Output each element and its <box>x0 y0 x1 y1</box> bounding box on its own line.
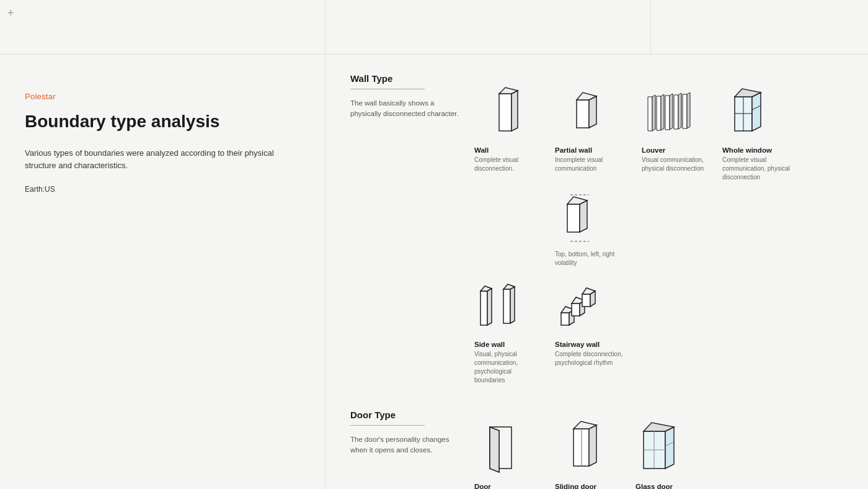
svg-marker-11 <box>648 97 652 131</box>
wall-desc: Complete visual disconnection. <box>474 156 542 173</box>
item-partial-wall: Partial wall Incomplete visual communica… <box>555 86 636 267</box>
top-bar-left: + <box>0 0 326 54</box>
page-title: Boundary type analysis <box>25 111 300 132</box>
sliding-door-name: Sliding door <box>555 483 596 489</box>
plus-icon: + <box>7 7 14 19</box>
door-type-section: Door Type The door's personality changes… <box>350 410 843 489</box>
partial-wall-desc: Incomplete visual communication <box>555 156 623 173</box>
svg-marker-22 <box>752 92 761 131</box>
svg-marker-4 <box>589 96 596 128</box>
side-wall-desc: Visual, physical communication, psycholo… <box>474 350 542 385</box>
top-bar-center <box>326 0 651 54</box>
door-type-info: Door Type The door's personality changes… <box>350 410 474 489</box>
svg-marker-13 <box>657 96 661 130</box>
top-bar: + <box>0 0 868 55</box>
svg-marker-14 <box>661 94 664 130</box>
svg-marker-1 <box>512 91 518 131</box>
louver-icon <box>642 86 704 141</box>
glass-door-name: Glass door <box>636 483 673 489</box>
svg-marker-16 <box>670 94 673 130</box>
svg-marker-8 <box>580 200 587 232</box>
wall-type-section: Wall Type The wall basically shows a phy… <box>350 73 843 385</box>
stairway-wall-desc: Complete disconnection, psychological rh… <box>555 350 623 367</box>
svg-marker-47 <box>589 425 596 466</box>
door-type-title: Door Type <box>350 410 425 426</box>
svg-marker-28 <box>480 291 487 325</box>
top-bar-right <box>651 0 868 54</box>
svg-marker-15 <box>665 96 670 130</box>
whole-window-desc: Complete visual communication, physical … <box>722 156 790 182</box>
stairway-wall-icon <box>555 280 617 336</box>
item-wall: Wall Complete visual disconnection. <box>474 86 549 173</box>
svg-marker-29 <box>487 289 492 325</box>
louver-name: Louver <box>642 146 665 154</box>
item-sliding-door: Sliding door When closed, it's like a wa… <box>555 422 629 489</box>
svg-marker-17 <box>674 95 678 129</box>
svg-marker-20 <box>687 92 690 128</box>
svg-marker-3 <box>577 100 589 128</box>
wall-icon <box>474 86 536 141</box>
partial-wall-name: Partial wall <box>555 146 592 154</box>
svg-marker-32 <box>510 287 515 323</box>
side-wall-name: Side wall <box>474 341 505 348</box>
sliding-door-icon <box>555 422 617 478</box>
item-side-wall: Side wall Visual, physical communication… <box>474 280 549 385</box>
door-icon <box>474 422 536 478</box>
item-whole-window: Whole window Complete visual communicati… <box>722 86 797 182</box>
svg-marker-7 <box>567 204 580 232</box>
svg-marker-40 <box>582 294 590 307</box>
svg-marker-0 <box>499 94 512 131</box>
svg-marker-31 <box>503 289 510 323</box>
content-area: Wall Type The wall basically shows a phy… <box>326 55 868 489</box>
side-wall-icon <box>474 280 536 336</box>
svg-marker-12 <box>652 95 655 131</box>
svg-marker-51 <box>665 427 674 469</box>
svg-marker-37 <box>572 303 580 316</box>
whole-window-name: Whole window <box>722 146 772 154</box>
partial-wall-extra-desc: Top, bottom, left, right volatility <box>555 250 623 267</box>
stairway-wall-name: Stairway wall <box>555 341 600 348</box>
wall-type-info: Wall Type The wall basically shows a phy… <box>350 73 474 385</box>
sidebar-description: Various types of boundaries were analyze… <box>25 147 300 173</box>
svg-marker-34 <box>561 313 569 325</box>
door-name: Door <box>474 483 491 489</box>
svg-marker-18 <box>678 93 681 129</box>
glass-door-icon <box>636 422 698 478</box>
door-type-desc: The door's personality changes when it o… <box>350 434 462 456</box>
wall-type-desc: The wall basically shows a physically di… <box>350 98 462 120</box>
wall-type-title: Wall Type <box>350 73 425 89</box>
main-layout: Polestar Boundary type analysis Various … <box>0 55 868 489</box>
svg-marker-19 <box>683 94 687 128</box>
whole-window-icon <box>722 86 784 141</box>
partial-wall-icon <box>555 86 617 141</box>
door-type-items: Door Physical disconnection when closed <box>474 422 843 489</box>
brand-name: Polestar <box>25 92 300 101</box>
louver-desc: Visual communication, physical disconnec… <box>642 156 710 173</box>
item-door: Door Physical disconnection when closed <box>474 422 549 489</box>
sidebar: Polestar Boundary type analysis Various … <box>0 55 326 489</box>
item-stairway-wall: Stairway wall Complete disconnection, ps… <box>555 280 629 367</box>
svg-marker-45 <box>490 427 499 472</box>
item-louver: Louver Visual communication, physical di… <box>642 86 716 173</box>
wall-type-items: Wall Complete visual disconnection. <box>474 86 843 385</box>
wall-name: Wall <box>474 146 489 154</box>
item-glass-door: Glass door When closed, it's like a whol… <box>636 422 710 489</box>
location-label: Earth:US <box>25 185 300 194</box>
